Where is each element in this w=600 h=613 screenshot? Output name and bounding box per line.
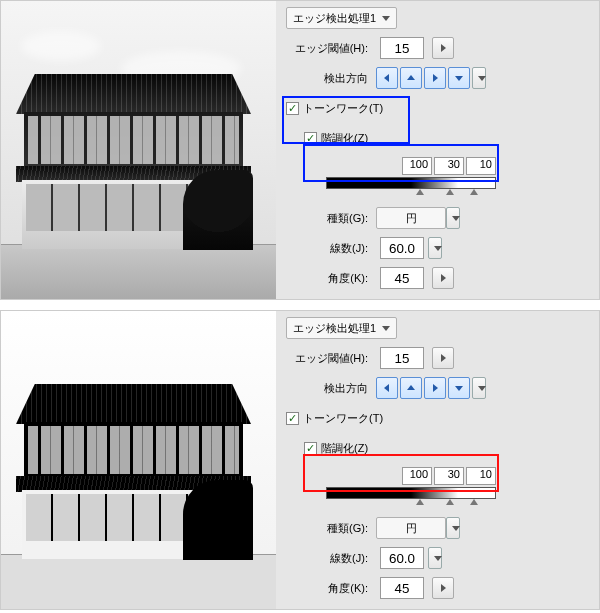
checkbox-icon	[286, 412, 299, 425]
posterize-checkbox[interactable]: 階調化(Z)	[304, 131, 368, 146]
checkbox-icon	[286, 102, 299, 115]
gradient-bar[interactable]	[326, 487, 496, 499]
threshold-input[interactable]	[380, 37, 424, 59]
type-label: 種類(G):	[286, 521, 376, 536]
preview-image	[1, 311, 276, 609]
chevron-down-icon	[452, 526, 460, 531]
type-value: 円	[406, 211, 417, 226]
tonework-label: トーンワーク(T)	[303, 101, 383, 116]
posterize-label: 階調化(Z)	[321, 131, 368, 146]
triangle-right-icon	[441, 584, 446, 592]
process-dropdown-value: エッジ検出処理1	[293, 11, 376, 26]
type-label: 種類(G):	[286, 211, 376, 226]
angle-label: 角度(K):	[286, 271, 376, 286]
chevron-down-icon	[452, 216, 460, 221]
tonework-label: トーンワーク(T)	[303, 411, 383, 426]
preview-image	[1, 1, 276, 299]
angle-label: 角度(K):	[286, 581, 376, 596]
angle-input[interactable]	[380, 267, 424, 289]
type-value: 円	[406, 521, 417, 536]
direction-more-button[interactable]	[472, 67, 486, 89]
lines-dropdown-arrow[interactable]	[428, 237, 442, 259]
checkbox-icon	[304, 442, 317, 455]
checkbox-icon	[304, 132, 317, 145]
type-dropdown[interactable]: 円	[376, 207, 446, 229]
tonework-checkbox[interactable]: トーンワーク(T)	[286, 101, 383, 116]
direction-label: 検出方向	[286, 71, 376, 86]
threshold-input[interactable]	[380, 347, 424, 369]
chevron-down-icon	[382, 326, 390, 331]
tonework-checkbox[interactable]: トーンワーク(T)	[286, 411, 383, 426]
process-dropdown[interactable]: エッジ検出処理1	[286, 7, 397, 29]
posterize-label: 階調化(Z)	[321, 441, 368, 456]
angle-spinner[interactable]	[432, 577, 454, 599]
chevron-down-icon	[478, 76, 486, 81]
direction-left-button[interactable]	[376, 377, 398, 399]
threshold-spinner[interactable]	[432, 347, 454, 369]
gradient-control[interactable]: 100 30 10	[326, 467, 496, 507]
type-dropdown-arrow[interactable]	[446, 207, 460, 229]
threshold-label: エッジ閾値(H):	[286, 41, 376, 56]
chevron-down-icon	[434, 246, 442, 251]
grad-tick[interactable]	[446, 189, 454, 195]
type-dropdown[interactable]: 円	[376, 517, 446, 539]
settings-panel: エッジ検出処理1 エッジ閾値(H): 検出方向 トーンワーク(T)	[276, 311, 599, 609]
grad-tick[interactable]	[470, 499, 478, 505]
grad-tick[interactable]	[416, 189, 424, 195]
threshold-spinner[interactable]	[432, 37, 454, 59]
grad-tick[interactable]	[416, 499, 424, 505]
angle-spinner[interactable]	[432, 267, 454, 289]
chevron-down-icon	[382, 16, 390, 21]
threshold-label: エッジ閾値(H):	[286, 351, 376, 366]
lines-label: 線数(J):	[286, 551, 376, 566]
gradient-control[interactable]: 100 30 10	[326, 157, 496, 197]
lines-input[interactable]	[380, 547, 424, 569]
direction-up-button[interactable]	[400, 377, 422, 399]
lines-dropdown-arrow[interactable]	[428, 547, 442, 569]
chevron-down-icon	[478, 386, 486, 391]
grad-value-1[interactable]: 100	[402, 467, 432, 485]
process-dropdown[interactable]: エッジ検出処理1	[286, 317, 397, 339]
grad-tick[interactable]	[446, 499, 454, 505]
type-dropdown-arrow[interactable]	[446, 517, 460, 539]
grad-value-2[interactable]: 30	[434, 467, 464, 485]
triangle-right-icon	[441, 354, 446, 362]
grad-value-3[interactable]: 10	[466, 157, 496, 175]
direction-label: 検出方向	[286, 381, 376, 396]
posterize-checkbox[interactable]: 階調化(Z)	[304, 441, 368, 456]
chevron-down-icon	[434, 556, 442, 561]
direction-more-button[interactable]	[472, 377, 486, 399]
direction-right-button[interactable]	[424, 377, 446, 399]
direction-down-button[interactable]	[448, 67, 470, 89]
grad-tick[interactable]	[470, 189, 478, 195]
angle-input[interactable]	[380, 577, 424, 599]
grad-value-1[interactable]: 100	[402, 157, 432, 175]
direction-up-button[interactable]	[400, 67, 422, 89]
grad-value-2[interactable]: 30	[434, 157, 464, 175]
lines-label: 線数(J):	[286, 241, 376, 256]
triangle-right-icon	[441, 44, 446, 52]
triangle-right-icon	[441, 274, 446, 282]
gradient-bar[interactable]	[326, 177, 496, 189]
direction-left-button[interactable]	[376, 67, 398, 89]
direction-down-button[interactable]	[448, 377, 470, 399]
direction-right-button[interactable]	[424, 67, 446, 89]
grad-value-3[interactable]: 10	[466, 467, 496, 485]
lines-input[interactable]	[380, 237, 424, 259]
settings-panel: エッジ検出処理1 エッジ閾値(H): 検出方向 トーンワーク(T)	[276, 1, 599, 299]
process-dropdown-value: エッジ検出処理1	[293, 321, 376, 336]
